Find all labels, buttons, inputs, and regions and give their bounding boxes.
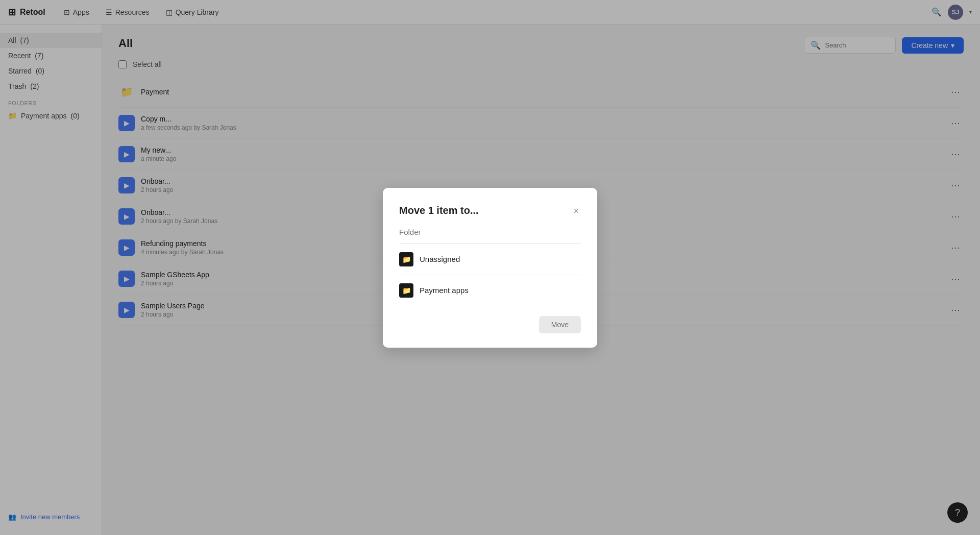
modal-overlay[interactable]: Move 1 item to... × 📁 Unassigned 📁 Payme… bbox=[0, 0, 980, 535]
modal-title: Move 1 item to... bbox=[399, 205, 479, 216]
modal-folder-icon: 📁 bbox=[399, 252, 413, 266]
folder-search-input[interactable] bbox=[399, 228, 581, 244]
modal-folder-payment-apps[interactable]: 📁 Payment apps bbox=[399, 275, 581, 306]
move-modal: Move 1 item to... × 📁 Unassigned 📁 Payme… bbox=[383, 188, 597, 348]
modal-folder-name: Payment apps bbox=[420, 286, 469, 295]
modal-folder-name: Unassigned bbox=[420, 255, 460, 263]
modal-folder-icon: 📁 bbox=[399, 283, 413, 298]
move-button[interactable]: Move bbox=[539, 316, 581, 333]
modal-header: Move 1 item to... × bbox=[399, 204, 581, 217]
modal-folder-list: 📁 Unassigned 📁 Payment apps bbox=[399, 244, 581, 306]
modal-folder-unassigned[interactable]: 📁 Unassigned bbox=[399, 244, 581, 275]
modal-footer: Move bbox=[399, 316, 581, 333]
folder-input-row bbox=[399, 228, 581, 244]
close-icon[interactable]: × bbox=[571, 204, 581, 217]
